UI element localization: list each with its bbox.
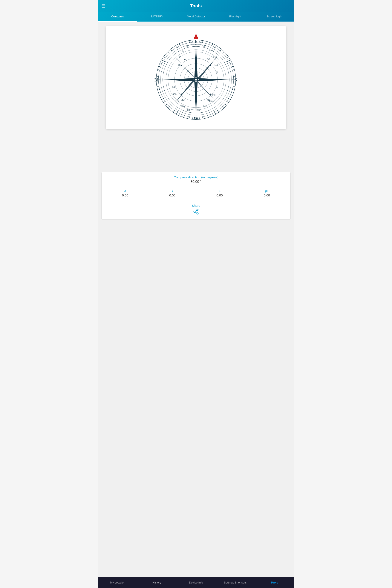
- main-content: E W S N 75 60 45 30 15 105: [98, 22, 294, 577]
- svg-line-117: [183, 43, 183, 45]
- svg-text:285: 285: [187, 109, 191, 111]
- svg-line-107: [159, 66, 161, 67]
- svg-line-118: [186, 42, 186, 44]
- sensor-y-value: 0.00: [151, 194, 194, 197]
- bottom-nav: My Location History Device Info Settings…: [98, 577, 294, 588]
- svg-marker-44: [175, 80, 195, 103]
- share-icon[interactable]: [193, 209, 199, 216]
- svg-text:120: 120: [209, 49, 212, 52]
- header-title: Tools: [190, 4, 202, 8]
- nav-my-location[interactable]: My Location: [98, 577, 137, 588]
- svg-text:105: 105: [202, 45, 206, 48]
- svg-text:60: 60: [186, 45, 189, 48]
- svg-text:150: 150: [214, 64, 218, 66]
- svg-line-58: [222, 52, 224, 53]
- svg-line-116: [180, 44, 180, 46]
- svg-line-86: [192, 117, 193, 119]
- nav-device-info[interactable]: Device Info: [176, 577, 216, 588]
- svg-line-73: [227, 98, 230, 99]
- svg-point-121: [196, 59, 197, 60]
- tab-compass[interactable]: Compass: [98, 12, 137, 21]
- svg-point-123: [216, 79, 217, 80]
- svg-line-57: [220, 50, 221, 51]
- svg-line-81: [209, 115, 210, 117]
- svg-line-56: [218, 48, 218, 49]
- svg-line-90: [180, 114, 180, 115]
- sensor-y-label: Y: [151, 189, 194, 192]
- app-header: ☰ Tools: [98, 0, 294, 12]
- svg-line-59: [224, 54, 226, 56]
- svg-line-75: [224, 104, 226, 105]
- svg-line-115: [176, 46, 178, 48]
- svg-line-89: [183, 115, 183, 117]
- sensor-z-label: Z: [198, 189, 242, 192]
- svg-line-111: [166, 54, 168, 56]
- svg-line-112: [168, 52, 170, 53]
- svg-line-104: [157, 76, 159, 76]
- svg-line-52: [206, 42, 206, 44]
- svg-line-50: [199, 41, 200, 42]
- sensor-ut-label: μT: [245, 189, 289, 192]
- svg-line-94: [168, 106, 170, 108]
- svg-marker-39: [194, 44, 198, 80]
- svg-line-132: [195, 212, 197, 213]
- svg-line-63: [231, 66, 233, 67]
- svg-line-80: [212, 114, 212, 115]
- direction-row: Compass direction (in degrees) 80.00 °: [102, 172, 290, 186]
- svg-marker-42: [196, 78, 229, 82]
- svg-line-61: [227, 60, 230, 62]
- compass-display: E W S N 75 60 45 30 15 105: [151, 32, 241, 123]
- sensor-y: Y 0.00: [149, 186, 196, 200]
- svg-text:45: 45: [182, 50, 184, 52]
- sensor-z: Z 0.00: [196, 186, 244, 200]
- svg-line-54: [212, 44, 212, 46]
- share-label: Share: [192, 204, 200, 208]
- tab-battery[interactable]: BATTERY: [137, 12, 176, 21]
- svg-line-77: [220, 108, 221, 110]
- sensor-ut: μT 0.00: [243, 186, 290, 200]
- svg-line-98: [160, 96, 162, 96]
- svg-text:345: 345: [172, 86, 176, 88]
- svg-line-93: [171, 108, 172, 110]
- share-row[interactable]: Share: [102, 200, 290, 220]
- svg-line-102: [157, 83, 159, 83]
- svg-line-84: [199, 117, 200, 119]
- svg-line-68: [233, 83, 235, 83]
- sensor-x-label: X: [103, 189, 147, 192]
- svg-line-91: [176, 111, 178, 114]
- svg-text:210: 210: [212, 94, 216, 96]
- svg-line-62: [230, 63, 232, 64]
- svg-line-109: [162, 60, 164, 62]
- menu-icon[interactable]: ☰: [102, 4, 106, 8]
- svg-line-113: [171, 50, 172, 51]
- tab-screen-light[interactable]: Screen Light: [255, 12, 294, 21]
- svg-point-128: [181, 64, 182, 66]
- svg-text:330: 330: [172, 93, 176, 96]
- direction-label: Compass direction (in degrees): [105, 175, 287, 179]
- svg-line-72: [230, 96, 232, 96]
- nav-history[interactable]: History: [137, 577, 176, 588]
- svg-text:ne: ne: [183, 58, 186, 61]
- svg-line-78: [218, 110, 218, 112]
- sensor-z-value: 0.00: [198, 194, 242, 197]
- svg-line-110: [164, 58, 166, 58]
- svg-text:nw: nw: [182, 98, 185, 102]
- svg-line-76: [222, 106, 224, 108]
- tab-metal-detector[interactable]: Metal Detector: [176, 12, 216, 21]
- svg-text:15: 15: [178, 64, 180, 66]
- svg-line-114: [174, 48, 175, 49]
- svg-point-124: [210, 94, 211, 95]
- sensor-x-value: 0.00: [103, 194, 147, 197]
- svg-text:se: se: [207, 58, 210, 60]
- svg-line-82: [206, 116, 206, 118]
- svg-line-71: [231, 93, 233, 93]
- nav-settings-shortcuts[interactable]: Settings Shortcuts: [216, 577, 255, 588]
- svg-line-96: [164, 101, 166, 102]
- nav-tools[interactable]: Tools: [255, 577, 294, 588]
- sensor-x: X 0.00: [102, 186, 149, 200]
- tab-flashlight[interactable]: Flashlight: [216, 12, 255, 21]
- svg-text:240: 240: [203, 105, 207, 108]
- svg-line-108: [160, 63, 162, 64]
- svg-line-70: [232, 90, 234, 90]
- svg-point-125: [196, 100, 197, 101]
